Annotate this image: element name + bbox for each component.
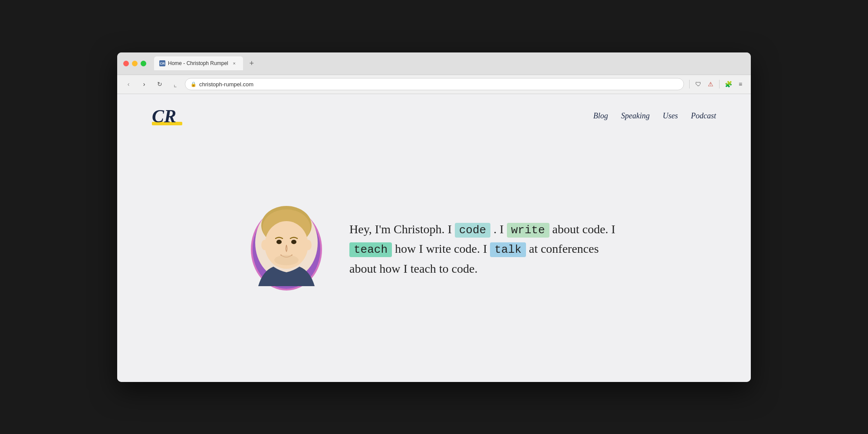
hero-section: Hey, I'm Christoph. I code . I write abo… (117, 134, 751, 382)
bio-after-teach: how I write code. I (395, 242, 487, 255)
bio-write-highlight: write (507, 223, 549, 238)
reload-button[interactable]: ↻ (154, 78, 166, 90)
nav-divider (689, 80, 690, 88)
nav-right-controls: 🛡 ⚠ 🧩 ≡ (687, 79, 746, 89)
lock-icon: 🔒 (191, 82, 197, 87)
nav-link-uses[interactable]: Uses (663, 111, 678, 121)
page-content: CR Blog Speaking Uses Podcast (117, 94, 751, 382)
address-bar[interactable]: 🔒 christoph-rumpel.com (185, 78, 684, 90)
browser-menu-icon[interactable]: ≡ (735, 79, 746, 89)
svg-point-10 (305, 240, 312, 250)
browser-window: CR Home - Christoph Rumpel × + ‹ › ↻ ⌞ (117, 52, 751, 382)
tab-close-button[interactable]: × (231, 60, 238, 67)
bio-intro: Hey, I'm Christoph. I (349, 222, 452, 236)
bookmark-button[interactable]: ⌞ (169, 78, 181, 90)
shield-icon[interactable]: 🛡 (693, 79, 704, 89)
site-nav: Blog Speaking Uses Podcast (593, 111, 716, 121)
address-text: christoph-rumpel.com (199, 81, 253, 88)
tab-title: Home - Christoph Rumpel (168, 60, 228, 66)
svg-point-8 (274, 255, 299, 265)
avatar-container (250, 204, 328, 295)
svg-point-6 (276, 240, 282, 244)
bio-talk-highlight: talk (490, 242, 526, 257)
active-tab[interactable]: CR Home - Christoph Rumpel × (154, 56, 243, 70)
bio-code-highlight: code (455, 223, 490, 238)
traffic-lights (123, 61, 146, 66)
nav-divider-2 (719, 80, 720, 88)
bio-after-code: . I (493, 222, 503, 236)
close-window-button[interactable] (123, 61, 129, 66)
back-button[interactable]: ‹ (122, 78, 135, 90)
site-logo[interactable]: CR (152, 107, 182, 125)
nav-link-blog[interactable]: Blog (593, 111, 608, 121)
svg-point-9 (261, 240, 268, 250)
bio-teach-highlight: teach (349, 242, 392, 257)
tab-favicon: CR (159, 60, 165, 66)
minimize-window-button[interactable] (132, 61, 138, 66)
new-tab-button[interactable]: + (246, 57, 258, 69)
maximize-window-button[interactable] (141, 61, 146, 66)
titlebar: CR Home - Christoph Rumpel × + (117, 52, 751, 75)
avatar-image (250, 204, 323, 290)
bio-after-write: about code. I (552, 222, 615, 236)
svg-point-7 (291, 240, 296, 244)
forward-button[interactable]: › (138, 78, 150, 90)
navbar: ‹ › ↻ ⌞ 🔒 christoph-rumpel.com 🛡 ⚠ 🧩 ≡ (117, 75, 751, 94)
nav-link-podcast[interactable]: Podcast (691, 111, 716, 121)
logo-text: CR (152, 107, 176, 125)
bio-text: Hey, I'm Christoph. I code . I write abo… (349, 220, 618, 279)
alert-icon[interactable]: ⚠ (705, 79, 716, 89)
nav-link-speaking[interactable]: Speaking (621, 111, 650, 121)
site-header: CR Blog Speaking Uses Podcast (117, 94, 751, 134)
tab-bar: CR Home - Christoph Rumpel × + (154, 56, 745, 70)
extensions-icon[interactable]: 🧩 (723, 79, 733, 89)
